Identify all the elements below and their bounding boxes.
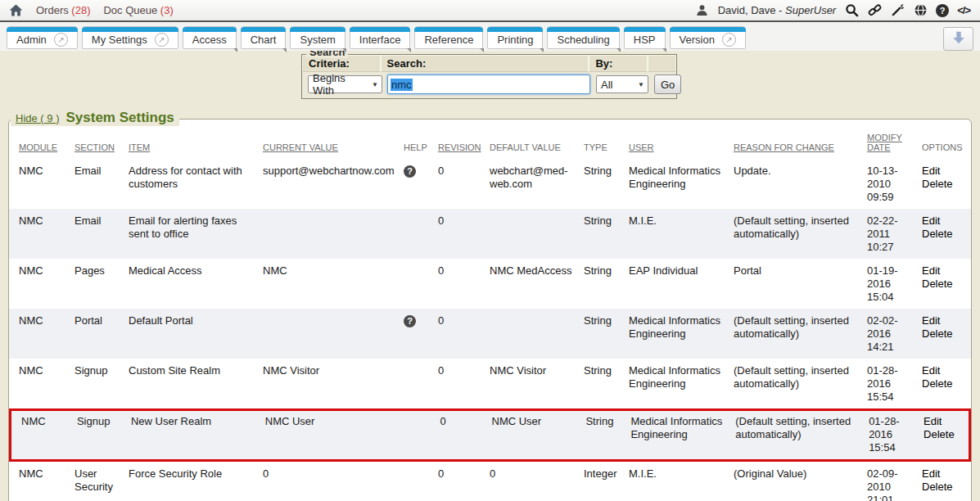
by-select[interactable]: All ▼ (596, 75, 648, 93)
edit-link[interactable]: Edit (922, 467, 967, 481)
delete-link[interactable]: Delete (922, 327, 967, 341)
delete-link[interactable]: Delete (922, 228, 967, 241)
go-button[interactable]: Go (654, 74, 681, 94)
column-header-user[interactable]: USER (629, 142, 734, 152)
cell-revision: 0 (438, 264, 490, 304)
cell-reason_for_change: (Default setting, inserted automatically… (734, 214, 867, 254)
column-header-help: HELP (404, 142, 438, 152)
search-panel: Search Criteria: Search: By: Begins With… (301, 54, 677, 99)
cell-default_value: NMC User (492, 415, 586, 454)
column-header-item[interactable]: ITEM (129, 142, 263, 152)
dropdown-corner-icon (233, 48, 237, 52)
column-header-modify_date[interactable]: MODIFY DATE (867, 133, 922, 152)
cell-module: NMC (19, 165, 75, 204)
column-header-section[interactable]: SECTION (75, 142, 129, 152)
tab-admin[interactable]: Admin↗ (7, 26, 78, 49)
tab-label: Admin (16, 34, 47, 46)
edit-link[interactable]: Edit (922, 364, 967, 377)
help-icon[interactable]: ? (936, 4, 949, 17)
popout-icon[interactable]: ↗ (722, 33, 736, 47)
tab-strip: Admin↗My Settings↗AccessChartSystemInter… (0, 22, 980, 51)
cell-module: NMC (19, 264, 75, 304)
delete-link[interactable]: Delete (922, 481, 967, 494)
nav-count-badge: (28) (71, 4, 90, 16)
tab-chart[interactable]: Chart (241, 26, 287, 49)
tab-hsp[interactable]: HSP (624, 26, 666, 49)
nav-label: Doc Queue (103, 4, 160, 16)
cell-options: EditDelete (922, 314, 967, 354)
tab-printing[interactable]: Printing (487, 26, 543, 49)
search-icon[interactable] (844, 3, 859, 18)
cell-default_value (490, 314, 584, 354)
tab-label: Version (680, 34, 715, 46)
column-header-revision[interactable]: REVISION (438, 142, 490, 152)
code-icon[interactable]: </> (957, 4, 970, 16)
cell-user: Medical Informatics Engineering (629, 165, 734, 204)
cell-module: NMC (19, 314, 75, 354)
link-icon[interactable] (867, 3, 882, 18)
edit-link[interactable]: Edit (922, 314, 967, 327)
tab-scheduling[interactable]: Scheduling (547, 26, 619, 49)
cell-user: M.I.E. (629, 214, 734, 254)
dropdown-corner-icon (616, 48, 621, 52)
search-label: Search: (381, 55, 589, 72)
edit-link[interactable]: Edit (922, 264, 967, 278)
nav-orders[interactable]: Orders (28) (36, 4, 90, 16)
cell-section: User Security (75, 467, 129, 501)
tab-version[interactable]: Version↗ (670, 26, 746, 49)
criteria-select-value: Begins With (313, 72, 367, 97)
search-input[interactable]: nmc (387, 74, 590, 94)
table-row: NMCPagesMedical AccessNMC0NMC MedAccessS… (9, 259, 971, 309)
delete-link[interactable]: Delete (922, 377, 967, 390)
tab-accent-bar (241, 27, 287, 32)
tab-accent-bar (290, 27, 345, 32)
delete-link[interactable]: Delete (922, 178, 967, 191)
column-header-reason_for_change[interactable]: REASON FOR CHANGE (734, 142, 867, 152)
column-header-current_value[interactable]: CURRENT VALUE (263, 142, 404, 152)
cell-type: String (584, 214, 629, 254)
cell-user: Medical Informatics Engineering (629, 314, 734, 354)
tab-my-settings[interactable]: My Settings↗ (82, 26, 178, 49)
cell-current_value (263, 314, 404, 354)
cell-default_value: 0 (490, 467, 584, 501)
tab-system[interactable]: System (290, 26, 345, 49)
table-row: NMCEmailAddress for contact with custome… (9, 159, 971, 209)
cell-type: String (584, 314, 629, 354)
tab-reference[interactable]: Reference (414, 26, 483, 49)
tab-label: Scheduling (557, 34, 609, 46)
edit-link[interactable]: Edit (924, 415, 969, 428)
edit-link[interactable]: Edit (922, 165, 967, 178)
tab-access[interactable]: Access (183, 26, 237, 49)
edit-link[interactable]: Edit (922, 214, 967, 228)
cell-options: EditDelete (922, 165, 967, 204)
cell-module: NMC (19, 214, 75, 254)
cell-type: String (584, 165, 629, 204)
cell-reason_for_change: (Original Value) (734, 467, 867, 501)
cell-modify_date: 10-13-2010 09:59 (867, 165, 922, 204)
tab-interface[interactable]: Interface (350, 26, 411, 49)
hide-link[interactable]: Hide ( 9 ) (16, 112, 59, 124)
cell-help (404, 467, 438, 501)
delete-link[interactable]: Delete (922, 278, 967, 291)
help-icon[interactable]: ? (404, 315, 416, 327)
globe-icon[interactable] (913, 3, 928, 18)
dropdown-corner-icon (540, 48, 544, 52)
popout-icon[interactable]: ↗ (155, 33, 169, 47)
cell-options: EditDelete (922, 264, 967, 304)
criteria-select[interactable]: Begins With ▼ (308, 75, 382, 93)
column-header-module[interactable]: MODULE (19, 142, 75, 152)
popout-icon[interactable]: ↗ (54, 33, 68, 47)
nav-doc-queue[interactable]: Doc Queue (3) (103, 4, 173, 16)
cell-reason_for_change: (Default setting, inserted automatically… (735, 415, 869, 454)
cell-options: EditDelete (922, 214, 967, 254)
delete-link[interactable]: Delete (924, 428, 969, 441)
cell-current_value: 0 (263, 467, 404, 501)
cell-item: Address for contact with customers (129, 165, 263, 204)
home-icon[interactable] (9, 4, 23, 16)
dropdown-corner-icon (480, 48, 484, 52)
collapse-tabs-button[interactable] (943, 27, 973, 51)
cell-reason_for_change: (Default setting, inserted automatically… (734, 364, 867, 404)
wand-icon[interactable] (890, 3, 905, 18)
help-icon[interactable]: ? (404, 165, 416, 178)
table-row: NMCSignupCustom Site RealmNMC Visitor0NM… (9, 359, 971, 408)
